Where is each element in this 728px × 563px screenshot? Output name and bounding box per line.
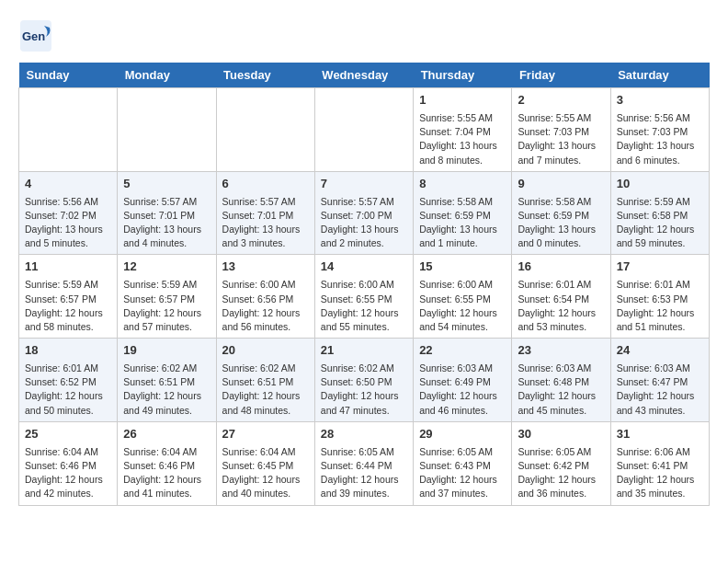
day-info: and 35 minutes. (617, 487, 703, 500)
day-number: 13 (222, 259, 309, 276)
day-info: Sunrise: 6:02 AM (222, 362, 309, 375)
day-number: 23 (518, 342, 604, 360)
day-info: and 47 minutes. (321, 404, 407, 418)
calendar-cell (118, 88, 216, 172)
calendar-cell: 1Sunrise: 5:55 AMSunset: 7:04 PMDaylight… (414, 88, 512, 172)
day-info: Sunrise: 6:01 AM (518, 278, 604, 292)
day-info: Sunrise: 6:06 AM (617, 445, 703, 459)
day-number: 22 (419, 342, 506, 360)
calendar-cell: 16Sunrise: 6:01 AMSunset: 6:54 PMDayligh… (512, 255, 610, 339)
day-info: Daylight: 12 hours (617, 306, 703, 320)
day-info: and 46 minutes. (419, 404, 506, 418)
calendar-cell: 24Sunrise: 6:03 AMSunset: 6:47 PMDayligh… (610, 339, 709, 422)
day-info: Sunset: 7:04 PM (419, 125, 506, 139)
calendar-week-1: 1Sunrise: 5:55 AMSunset: 7:04 PMDaylight… (19, 88, 710, 172)
day-number: 28 (321, 426, 407, 443)
calendar-cell: 10Sunrise: 5:59 AMSunset: 6:58 PMDayligh… (610, 171, 709, 255)
calendar-cell: 21Sunrise: 6:02 AMSunset: 6:50 PMDayligh… (314, 339, 413, 422)
day-info: and 59 minutes. (617, 236, 703, 250)
day-number: 1 (419, 92, 506, 109)
day-info: and 3 minutes. (222, 236, 309, 250)
day-info: Daylight: 12 hours (617, 389, 703, 403)
day-info: Sunset: 6:59 PM (419, 209, 506, 223)
day-info: Sunset: 6:56 PM (222, 293, 309, 306)
day-info: and 5 minutes. (25, 236, 111, 250)
calendar-cell: 2Sunrise: 5:55 AMSunset: 7:03 PMDaylight… (512, 88, 610, 172)
day-info: Sunset: 6:55 PM (321, 293, 407, 306)
day-info: Daylight: 12 hours (419, 473, 506, 487)
day-info: Sunset: 6:42 PM (518, 459, 604, 473)
svg-text:Gen: Gen (22, 29, 45, 43)
day-info: Sunset: 6:46 PM (123, 459, 210, 473)
day-info: Daylight: 12 hours (321, 473, 407, 487)
calendar-cell: 3Sunrise: 5:56 AMSunset: 7:03 PMDaylight… (610, 88, 709, 172)
day-number: 8 (419, 176, 506, 193)
day-info: Sunrise: 6:05 AM (419, 445, 506, 459)
page-header: Gen (18, 18, 710, 53)
day-info: Sunset: 7:01 PM (123, 209, 210, 223)
day-number: 14 (321, 259, 407, 276)
day-info: Daylight: 12 hours (321, 389, 407, 403)
day-info: Sunrise: 5:57 AM (222, 195, 309, 209)
day-info: and 48 minutes. (222, 404, 309, 418)
day-info: Sunrise: 5:55 AM (518, 111, 604, 125)
day-info: Sunrise: 6:01 AM (25, 362, 111, 375)
day-info: and 55 minutes. (321, 320, 407, 334)
calendar-week-3: 11Sunrise: 5:59 AMSunset: 6:57 PMDayligh… (19, 255, 710, 339)
day-info: Sunset: 6:48 PM (518, 375, 604, 389)
day-info: Daylight: 13 hours (419, 223, 506, 236)
day-info: Sunrise: 6:03 AM (419, 362, 506, 375)
day-info: Sunset: 6:46 PM (25, 459, 111, 473)
day-number: 11 (25, 259, 111, 276)
day-info: Daylight: 12 hours (123, 473, 210, 487)
day-info: Sunset: 7:03 PM (518, 125, 604, 139)
logo-icon: Gen (18, 18, 53, 53)
day-info: Sunrise: 5:56 AM (25, 195, 111, 209)
day-number: 10 (617, 176, 703, 193)
day-info: Sunrise: 6:03 AM (518, 362, 604, 375)
day-number: 31 (617, 426, 703, 443)
calendar-cell: 20Sunrise: 6:02 AMSunset: 6:51 PMDayligh… (216, 339, 314, 422)
calendar-cell: 6Sunrise: 5:57 AMSunset: 7:01 PMDaylight… (216, 171, 314, 255)
day-info: Daylight: 12 hours (123, 389, 210, 403)
day-info: Daylight: 13 hours (123, 223, 210, 236)
calendar-cell: 25Sunrise: 6:04 AMSunset: 6:46 PMDayligh… (19, 421, 118, 505)
day-info: Sunset: 6:50 PM (321, 375, 407, 389)
day-number: 24 (617, 342, 703, 360)
day-info: Sunset: 6:55 PM (419, 293, 506, 306)
calendar-cell (19, 88, 118, 172)
day-info: and 58 minutes. (25, 320, 111, 334)
day-info: and 36 minutes. (518, 487, 604, 500)
calendar-cell: 28Sunrise: 6:05 AMSunset: 6:44 PMDayligh… (314, 421, 413, 505)
day-info: Sunset: 6:54 PM (518, 293, 604, 306)
day-info: Daylight: 12 hours (518, 389, 604, 403)
calendar-cell: 4Sunrise: 5:56 AMSunset: 7:02 PMDaylight… (19, 171, 118, 255)
calendar-cell: 9Sunrise: 5:58 AMSunset: 6:59 PMDaylight… (512, 171, 610, 255)
day-info: Daylight: 12 hours (222, 473, 309, 487)
day-info: Sunrise: 5:59 AM (617, 195, 703, 209)
col-header-wednesday: Wednesday (314, 63, 413, 88)
day-info: Daylight: 13 hours (518, 223, 604, 236)
col-header-tuesday: Tuesday (216, 63, 314, 88)
day-info: Sunrise: 6:02 AM (321, 362, 407, 375)
day-info: Daylight: 12 hours (518, 306, 604, 320)
day-info: Sunrise: 5:55 AM (419, 111, 506, 125)
day-number: 12 (123, 259, 210, 276)
day-info: Sunrise: 5:56 AM (617, 111, 703, 125)
day-info: Daylight: 13 hours (222, 223, 309, 236)
day-info: Sunset: 6:47 PM (617, 375, 703, 389)
day-info: Sunrise: 6:05 AM (518, 445, 604, 459)
day-info: Daylight: 13 hours (518, 139, 604, 153)
day-info: and 2 minutes. (321, 236, 407, 250)
day-info: Daylight: 12 hours (419, 306, 506, 320)
day-number: 5 (123, 176, 210, 193)
day-number: 9 (518, 176, 604, 193)
day-number: 20 (222, 342, 309, 360)
day-info: Daylight: 12 hours (25, 389, 111, 403)
calendar-cell: 7Sunrise: 5:57 AMSunset: 7:00 PMDaylight… (314, 171, 413, 255)
day-info: Sunset: 6:59 PM (518, 209, 604, 223)
day-info: and 37 minutes. (419, 487, 506, 500)
day-info: and 54 minutes. (419, 320, 506, 334)
day-number: 6 (222, 176, 309, 193)
day-number: 30 (518, 426, 604, 443)
